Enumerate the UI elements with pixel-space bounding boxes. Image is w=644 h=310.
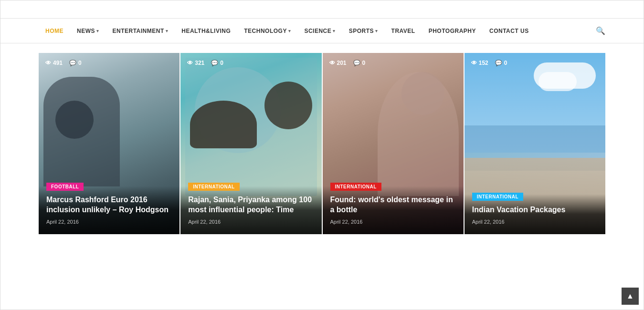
cards-grid: 👁 491 💬 0 FOOTBALL Marcus Rashford Euro … bbox=[39, 53, 605, 234]
card-2[interactable]: 👁 321 💬 0 INTERNATIONAL Rajan, Sania, Pr… bbox=[180, 53, 321, 234]
comment-count: 💬 0 bbox=[495, 60, 507, 66]
nav-item-travel[interactable]: TRAVEL bbox=[385, 20, 422, 42]
comment-count: 💬 0 bbox=[211, 60, 223, 66]
category-badge[interactable]: FOOTBALL bbox=[46, 183, 84, 191]
chevron-icon: ▾ bbox=[333, 29, 336, 33]
navigation: HOMENEWS▾ENTERTAINMENT▾HEALTH&LIVINGTECH… bbox=[0, 18, 644, 43]
category-badge[interactable]: INTERNATIONAL bbox=[188, 183, 239, 191]
eye-icon: 👁 bbox=[329, 60, 335, 66]
card-title: Marcus Rashford Euro 2016 inclusion unli… bbox=[46, 195, 172, 215]
nav-item-news[interactable]: NEWS▾ bbox=[70, 20, 106, 42]
card-date: April 22, 2016 bbox=[472, 219, 598, 225]
chevron-icon: ▾ bbox=[166, 29, 169, 33]
comment-count: 💬 0 bbox=[69, 60, 82, 66]
comment-icon: 💬 bbox=[495, 60, 502, 66]
eye-icon: 👁 bbox=[471, 60, 477, 66]
card-title: Indian Vacation Packages bbox=[472, 205, 598, 215]
card-date: April 22, 2016 bbox=[46, 219, 172, 225]
header bbox=[0, 0, 644, 18]
view-count: 👁 491 bbox=[45, 60, 63, 66]
search-icon[interactable]: 🔍 bbox=[589, 19, 605, 43]
nav-item-science[interactable]: SCIENCE▾ bbox=[297, 20, 342, 42]
eye-icon: 👁 bbox=[187, 60, 193, 66]
eye-icon: 👁 bbox=[45, 60, 51, 66]
nav-item-photography[interactable]: PHOTOGRAPHY bbox=[422, 20, 483, 42]
comment-icon: 💬 bbox=[211, 60, 218, 66]
view-count: 👁 152 bbox=[471, 60, 488, 66]
card-overlay: INTERNATIONAL Rajan, Sania, Priyanka amo… bbox=[180, 174, 321, 234]
chevron-icon: ▾ bbox=[288, 29, 291, 33]
chevron-icon: ▾ bbox=[375, 29, 378, 33]
chevron-icon: ▾ bbox=[96, 29, 99, 33]
category-badge[interactable]: INTERNATIONAL bbox=[472, 193, 523, 201]
nav-item-contact-us[interactable]: CONTACT US bbox=[483, 20, 536, 42]
card-meta: 👁 152 💬 0 bbox=[471, 60, 507, 66]
card-meta: 👁 201 💬 0 bbox=[329, 60, 366, 66]
card-overlay: FOOTBALL Marcus Rashford Euro 2016 inclu… bbox=[39, 174, 179, 234]
comment-count: 💬 0 bbox=[353, 60, 366, 66]
card-4[interactable]: 👁 152 💬 0 INTERNATIONAL Indian Vacation … bbox=[465, 53, 605, 234]
page-wrapper: HOMENEWS▾ENTERTAINMENT▾HEALTH&LIVINGTECH… bbox=[0, 0, 644, 310]
nav-item-sports[interactable]: SPORTS▾ bbox=[342, 20, 385, 42]
card-meta: 👁 491 💬 0 bbox=[45, 60, 82, 66]
card-date: April 22, 2016 bbox=[330, 219, 456, 225]
card-date: April 22, 2016 bbox=[188, 219, 314, 225]
card-overlay: INTERNATIONAL Indian Vacation Packages A… bbox=[465, 184, 605, 234]
card-overlay: INTERNATIONAL Found: world's oldest mess… bbox=[323, 174, 464, 234]
card-title: Rajan, Sania, Priyanka among 100 most in… bbox=[188, 195, 314, 215]
card-3[interactable]: 👁 201 💬 0 INTERNATIONAL Found: world's o… bbox=[323, 53, 464, 234]
card-1[interactable]: 👁 491 💬 0 FOOTBALL Marcus Rashford Euro … bbox=[39, 53, 179, 234]
scroll-top-button[interactable]: ▲ bbox=[622, 288, 639, 305]
view-count: 👁 321 bbox=[187, 60, 204, 66]
nav-item-home[interactable]: HOME bbox=[39, 20, 70, 42]
category-badge[interactable]: INTERNATIONAL bbox=[330, 183, 381, 191]
nav-items: HOMENEWS▾ENTERTAINMENT▾HEALTH&LIVINGTECH… bbox=[39, 20, 536, 42]
card-title: Found: world's oldest message in a bottl… bbox=[330, 195, 456, 215]
nav-item-entertainment[interactable]: ENTERTAINMENT▾ bbox=[106, 20, 175, 42]
comment-icon: 💬 bbox=[353, 60, 360, 66]
nav-item-technology[interactable]: TECHNOLOGY▾ bbox=[237, 20, 297, 42]
nav-item-health-living[interactable]: HEALTH&LIVING bbox=[175, 20, 237, 42]
comment-icon: 💬 bbox=[69, 60, 76, 66]
view-count: 👁 201 bbox=[329, 60, 347, 66]
card-meta: 👁 321 💬 0 bbox=[187, 60, 223, 66]
